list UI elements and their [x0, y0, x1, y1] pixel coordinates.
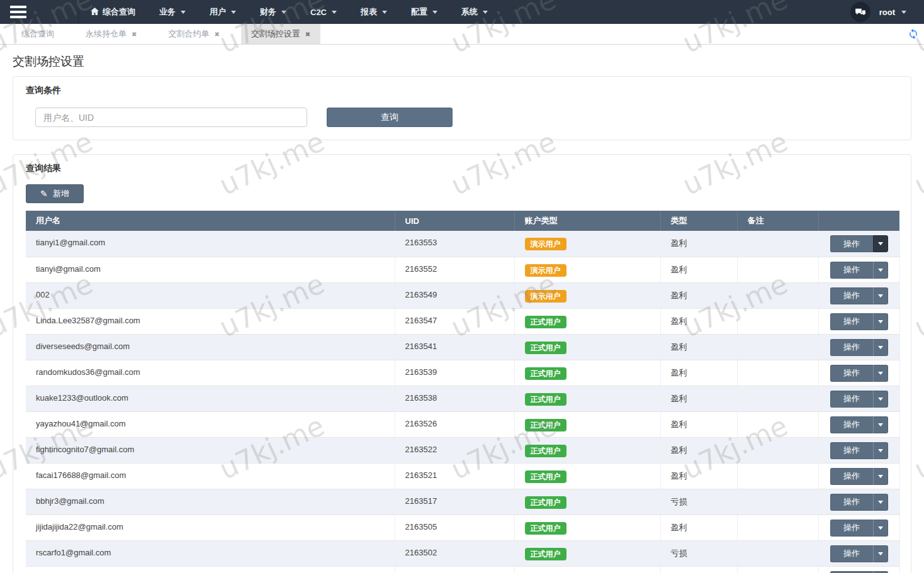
cell-username: yayazhou41@gmail.com	[26, 411, 395, 437]
action-button[interactable]: 操作	[830, 365, 873, 382]
tab-1[interactable]: 综合查询	[11, 24, 64, 44]
action-dropdown-button[interactable]	[873, 442, 888, 459]
nav-menu-8[interactable]: 系统	[449, 0, 500, 24]
close-icon[interactable]: ✖	[132, 31, 137, 38]
top-navbar: 综合查询业务用户财务C2C报表配置系统 root	[0, 0, 924, 24]
action-dropdown-button[interactable]	[873, 416, 888, 433]
chat-button[interactable]	[850, 2, 870, 22]
nav-menu-2[interactable]: 业务	[147, 0, 198, 24]
cell-type: 盈利	[660, 257, 737, 282]
chevron-down-icon	[878, 526, 883, 530]
close-icon[interactable]: ✖	[214, 31, 219, 38]
column-header-2: UID	[395, 211, 514, 231]
account-type-badge: 正式用户	[525, 393, 566, 406]
action-button[interactable]: 操作	[830, 468, 873, 485]
action-button[interactable]: 操作	[830, 313, 873, 330]
action-dropdown-button[interactable]	[873, 365, 888, 382]
chevron-down-icon	[878, 372, 883, 375]
action-dropdown-button[interactable]	[873, 287, 888, 304]
table-row: 0022163549演示用户盈利操作	[26, 282, 899, 308]
cell-uid: 2163502	[395, 540, 514, 566]
chevron-down-icon	[878, 398, 883, 401]
chat-bubbles-icon	[855, 8, 866, 16]
action-button[interactable]: 操作	[830, 545, 873, 562]
nav-menus: 综合查询业务用户财务C2C报表配置系统	[79, 0, 500, 24]
cell-uid: 2163538	[395, 386, 514, 411]
cell-username: randomkudos36@gmail.com	[26, 360, 395, 386]
cell-actions: 操作	[818, 360, 899, 386]
action-dropdown-button[interactable]	[873, 339, 888, 356]
cell-note	[737, 437, 818, 463]
action-button[interactable]: 操作	[830, 416, 873, 433]
add-button-label: 新增	[53, 188, 69, 199]
cell-account-type: 正式用户	[514, 386, 660, 411]
tab-2[interactable]: 永续持仓单✖	[76, 24, 147, 44]
query-panel: 查询条件 查询	[13, 76, 911, 140]
table-row: tianyi1@gmail.com2163553演示用户盈利操作	[26, 231, 899, 257]
action-button[interactable]: 操作	[830, 571, 873, 573]
action-button[interactable]: 操作	[830, 391, 873, 408]
cell-note	[737, 308, 818, 334]
user-menu[interactable]: root	[879, 8, 906, 17]
action-dropdown-button[interactable]	[873, 545, 888, 562]
action-button-group: 操作	[830, 235, 888, 252]
action-button[interactable]: 操作	[830, 339, 873, 356]
action-dropdown-button[interactable]	[873, 235, 888, 252]
cell-actions: 操作	[818, 231, 899, 257]
nav-menu-6[interactable]: 报表	[349, 0, 399, 24]
cell-uid: 2163526	[395, 411, 514, 437]
add-button[interactable]: ✎ 新增	[26, 184, 84, 203]
cell-type: 盈利	[660, 463, 737, 489]
action-button-group: 操作	[830, 442, 888, 459]
cell-actions: 操作	[818, 437, 899, 463]
nav-menu-1[interactable]: 综合查询	[79, 0, 147, 24]
cell-actions: 操作	[818, 515, 899, 540]
nav-menu-4[interactable]: 财务	[248, 0, 298, 24]
action-dropdown-button[interactable]	[873, 262, 888, 279]
action-dropdown-button[interactable]	[873, 468, 888, 485]
cell-account-type: 正式用户	[514, 515, 660, 540]
action-button[interactable]: 操作	[830, 494, 873, 511]
cell-actions: 操作	[818, 257, 899, 282]
account-type-badge: 正式用户	[525, 445, 566, 457]
cell-username: tianyi1@gmail.com	[26, 231, 395, 257]
cell-note	[737, 360, 818, 386]
navbar-right: root	[850, 0, 924, 24]
cell-note	[737, 386, 818, 411]
cell-type: 盈利	[660, 334, 737, 360]
account-type-badge: 演示用户	[525, 264, 566, 277]
action-button[interactable]: 操作	[830, 520, 873, 537]
nav-menu-label: 配置	[411, 6, 427, 18]
sidebar-toggle-button[interactable]	[0, 0, 79, 24]
action-button[interactable]: 操作	[830, 235, 873, 252]
cell-uid: 2163549	[395, 282, 514, 308]
cell-username: diverseseeds@gmail.com	[26, 334, 395, 360]
table-row: bbhjr3@gmail.com2163517正式用户亏损操作	[26, 489, 899, 515]
nav-menu-5[interactable]: C2C	[298, 0, 349, 24]
tab-3[interactable]: 交割合约单✖	[158, 24, 229, 44]
tab-4[interactable]: 交割场控设置✖	[241, 24, 320, 44]
action-button-group: 操作	[830, 520, 888, 537]
action-button[interactable]: 操作	[830, 287, 873, 304]
action-dropdown-button[interactable]	[873, 313, 888, 330]
action-button[interactable]: 操作	[830, 442, 873, 459]
cell-note	[737, 463, 818, 489]
action-dropdown-button[interactable]	[873, 494, 888, 511]
action-button-group: 操作	[830, 416, 888, 433]
nav-menu-3[interactable]: 用户	[198, 0, 248, 24]
chevron-down-icon	[231, 11, 236, 14]
table-row: randomkudos36@gmail.com2163539正式用户盈利操作	[26, 360, 899, 386]
cell-account-type: 演示用户	[514, 257, 660, 282]
action-button-group: 操作	[830, 339, 888, 356]
action-dropdown-button[interactable]	[873, 391, 888, 408]
search-button[interactable]: 查询	[327, 108, 453, 127]
cell-actions: 操作	[818, 386, 899, 411]
action-dropdown-button[interactable]	[873, 571, 888, 573]
nav-menu-7[interactable]: 配置	[399, 0, 449, 24]
cell-type: 盈利	[660, 437, 737, 463]
action-dropdown-button[interactable]	[873, 520, 888, 537]
refresh-tab-button[interactable]	[908, 28, 920, 41]
action-button[interactable]: 操作	[830, 262, 873, 279]
close-icon[interactable]: ✖	[305, 31, 310, 38]
search-input[interactable]	[35, 108, 307, 127]
